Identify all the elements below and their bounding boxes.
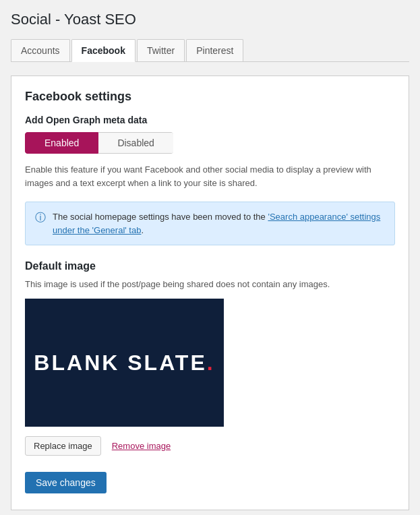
default-image-description: This image is used if the post/page bein… [25,279,395,289]
page-wrapper: Social - Yoast SEO Accounts Facebook Twi… [0,0,420,515]
info-box: ⓘ The social homepage settings have been… [25,202,395,245]
content-area: Facebook settings Add Open Graph meta da… [11,75,409,510]
info-box-text: The social homepage settings have been m… [53,210,385,237]
info-text-after: . [141,225,144,235]
toggle-disabled-button[interactable]: Disabled [98,132,173,154]
info-icon: ⓘ [35,211,46,225]
section-title: Facebook settings [25,90,395,104]
tab-pinterest[interactable]: Pinterest [186,39,243,61]
image-actions: Replace image Remove image [25,436,395,456]
toggle-enabled-button[interactable]: Enabled [25,132,98,154]
remove-image-link[interactable]: Remove image [112,441,171,451]
image-preview: BLANK SLATE. [25,299,224,427]
save-changes-button[interactable]: Save changes [25,472,107,493]
blank-slate-label: BLANK SLATE [34,351,206,375]
tab-twitter[interactable]: Twitter [137,39,185,61]
replace-image-button[interactable]: Replace image [25,436,101,456]
image-text: BLANK SLATE. [34,351,214,375]
toggle-group: Enabled Disabled [25,132,173,154]
info-text-before: The social homepage settings have been m… [53,212,268,222]
tabs-bar: Accounts Facebook Twitter Pinterest [11,39,409,62]
blank-slate-dot: . [207,351,215,375]
page-title: Social - Yoast SEO [11,11,409,28]
tab-accounts[interactable]: Accounts [11,39,70,61]
field-label: Add Open Graph meta data [25,115,395,125]
feature-description: Enable this feature if you want Facebook… [25,163,395,189]
default-image-title: Default image [25,260,395,272]
tab-facebook[interactable]: Facebook [71,39,136,62]
